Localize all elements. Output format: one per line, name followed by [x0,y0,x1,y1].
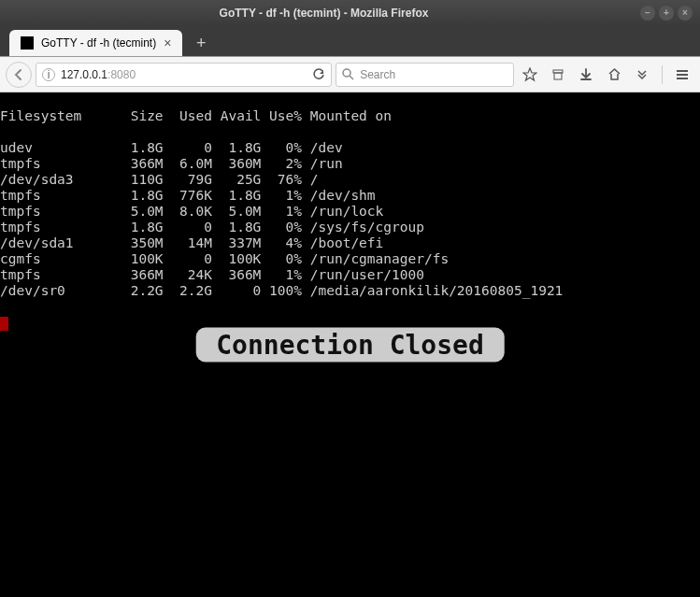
search-placeholder: Search [360,68,395,81]
terminal-row: cgmfs 100K 0 100K 0% /run/cgmanager/fs [0,251,700,267]
window-title: GoTTY - df -h (tecmint) - Mozilla Firefo… [7,7,640,20]
terminal-header: Filesystem Size Used Avail Use% Mounted … [0,108,700,124]
window-maximize-icon[interactable]: + [659,6,674,21]
tab-close-icon[interactable]: × [164,36,171,50]
search-bar[interactable]: Search [336,63,514,87]
window-minimize-icon[interactable]: − [640,6,655,21]
site-info-icon[interactable]: i [42,68,55,81]
bookmark-star-icon[interactable] [518,63,542,87]
terminal-cursor [0,317,8,331]
connection-closed-overlay: Connection Closed [195,328,505,362]
toolbar-divider [662,65,663,84]
terminal-row: tmpfs 1.8G 776K 1.8G 1% /dev/shm [0,188,700,204]
reload-icon[interactable] [312,68,325,81]
url-port: :8080 [107,68,136,81]
tab-favicon-icon [21,36,34,50]
terminal-row: tmpfs 1.8G 0 1.8G 0% /sys/fs/cgroup [0,220,700,235]
overlay-text: Connection Closed [216,330,484,361]
overflow-icon[interactable] [630,63,654,87]
window-titlebar: GoTTY - df -h (tecmint) - Mozilla Firefo… [0,0,700,26]
svg-rect-3 [554,73,562,79]
terminal-row: tmpfs 5.0M 8.0K 5.0M 1% /run/lock [0,204,700,220]
url-host: 127.0.0.1 [61,68,107,81]
window-close-icon[interactable]: × [678,6,693,21]
terminal-row: /dev/sr0 2.2G 2.2G 0 100% /media/aaronki… [0,283,700,299]
terminal-row: tmpfs 366M 6.0M 360M 2% /run [0,156,700,172]
terminal-row: tmpfs 366M 24K 366M 1% /run/user/1000 [0,267,700,283]
svg-point-0 [343,69,350,77]
browser-tab[interactable]: GoTTY - df -h (tecmint) × [9,30,182,56]
terminal-row: /dev/sda3 110G 79G 25G 76% / [0,172,700,188]
terminal-viewport: Filesystem Size Used Avail Use% Mounted … [0,92,700,597]
terminal-row: /dev/sda1 350M 14M 337M 4% /boot/efi [0,235,700,251]
back-button[interactable] [6,62,32,88]
search-icon [342,68,354,80]
url-bar[interactable]: i 127.0.0.1:8080 [36,63,332,87]
terminal-row: udev 1.8G 0 1.8G 0% /dev [0,140,700,156]
navigation-toolbar: i 127.0.0.1:8080 Search [0,57,700,92]
new-tab-button[interactable]: + [190,32,212,54]
tab-title: GoTTY - df -h (tecmint) [41,36,156,50]
pocket-icon[interactable] [546,63,570,87]
tab-strip: GoTTY - df -h (tecmint) × + [0,26,700,57]
downloads-icon[interactable] [574,63,598,87]
home-icon[interactable] [602,63,626,87]
svg-line-1 [350,76,353,79]
menu-icon[interactable] [670,63,694,87]
